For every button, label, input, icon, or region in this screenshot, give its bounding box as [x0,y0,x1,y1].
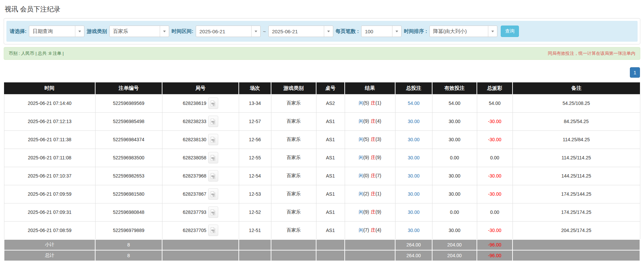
cell-table-no: AS1 [316,185,345,203]
cell-result: 闲(5)庄(1) [345,94,395,112]
cell-table-no: AS1 [316,130,345,149]
round-no-text: 628237793 [183,209,206,215]
table-header-row: 时间注单编号局号场次游戏类别桌号结果总投注有效投注总派彩备注 [4,82,640,94]
video-file-icon [210,173,216,179]
page-size-value: 100 [362,29,392,34]
time-sort-label: 时间排序 : [404,28,427,35]
cell-session: 13-34 [239,94,271,112]
cell-table-no: AS1 [316,149,345,167]
summary-valid-bet: 204.00 [432,239,477,250]
cell-valid-bet: 0.00 [432,149,477,167]
query-type-value: 日期查询 [29,28,75,35]
banker-result: 庄 [371,227,376,233]
video-replay-button[interactable] [208,152,218,163]
time-sort-select[interactable]: 降冪(由大到小) [429,26,497,37]
cell-round-no: 628237867 [162,185,239,203]
cell-valid-bet: 0.00 [432,203,477,221]
cell-total-bet: 30.00 [395,203,432,221]
cell-remark: 144.25/114.25 [513,167,640,185]
cell-round-no: 628238058 [162,149,239,167]
cell-round-no: 628237705 [162,221,239,239]
cell-result: 闲(2)庄(1) [345,185,395,203]
table-row: 2025-06-21 07:11:38522596984374628238130… [4,130,640,149]
player-result: 闲 [358,100,363,106]
chevron-down-icon [488,26,497,37]
cell-game-category: 百家乐 [271,112,316,130]
cell-session: 12-54 [239,167,271,185]
column-header: 总派彩 [477,82,513,94]
video-replay-button[interactable] [208,134,218,145]
video-replay-button[interactable] [208,116,218,127]
cell-time: 2025-06-21 07:09:59 [4,185,95,203]
cell-remark: 84.25/54.25 [513,112,640,130]
cell-game-category: 百家乐 [271,94,316,112]
cell-session: 12-53 [239,185,271,203]
cell-game-category: 百家乐 [271,149,316,167]
table-row: 2025-06-21 07:14:40522596989569628238619… [4,94,640,112]
cell-bet-no: 522596983500 [95,149,162,167]
page-size-select[interactable]: 100 [361,26,402,37]
cell-round-no: 628238130 [162,130,239,149]
cell-game-category: 百家乐 [271,221,316,239]
cell-remark: 204.25/174.25 [513,221,640,239]
cell-game-category: 百家乐 [271,203,316,221]
total-bet-link[interactable]: 30.00 [408,119,419,124]
page: 视讯 会员下注纪录 请选择: 日期查询 游戏类别 百家乐 时间区间: 2025-… [0,0,644,264]
cell-total-bet: 30.00 [395,112,432,130]
total-bet-link[interactable]: 54.00 [408,101,419,106]
search-button[interactable]: 查询 [501,26,519,37]
video-replay-button[interactable] [208,206,218,218]
summary-payout: -96.00 [477,239,513,250]
date-from-select[interactable]: 2025-06-21 [196,26,261,37]
video-replay-button[interactable] [208,225,218,236]
video-file-icon [210,209,216,216]
cell-valid-bet: 30.00 [432,130,477,149]
round-no-text: 628237968 [183,173,206,179]
banker-result: 庄 [371,100,376,106]
cell-payout: -30.00 [477,112,513,130]
banker-result: 庄 [371,173,376,178]
filter-panel: 请选择: 日期查询 游戏类别 百家乐 时间区间: 2025-06-21 ~ 20… [4,18,640,44]
time-range-label: 时间区间: [172,28,193,35]
date-to-select[interactable]: 2025-06-21 [268,26,333,37]
cell-payout: 0.00 [477,203,513,221]
cell-table-no: AS1 [316,167,345,185]
video-file-icon [210,227,216,233]
video-replay-button[interactable] [208,188,218,200]
player-result: 闲 [358,173,363,178]
column-header: 时间 [4,82,95,94]
round-no-text: 628238058 [183,155,206,160]
cell-valid-bet: 30.00 [432,221,477,239]
page-size-label: 每页笔数 : [336,28,359,35]
cell-total-bet: 30.00 [395,221,432,239]
column-header: 游戏类别 [271,82,316,94]
pagination-page-1[interactable]: 1 [630,67,640,78]
video-replay-button[interactable] [208,98,218,109]
total-bet-link[interactable]: 30.00 [408,228,419,233]
query-type-select[interactable]: 日期查询 [29,26,84,37]
summary-bar: 币别 : 人民币 | 总共 :8 注单 | 同局有效投注，统一计算在该局第一张注… [4,47,640,60]
video-replay-button[interactable] [208,170,218,182]
summary-total-bet: 264.00 [395,250,432,261]
total-bet-link[interactable]: 30.00 [408,209,419,215]
total-bet-link[interactable]: 30.00 [408,173,419,179]
cell-time: 2025-06-21 07:12:13 [4,112,95,130]
cell-payout: -30.00 [477,185,513,203]
game-category-label: 游戏类别 [87,28,107,35]
filter-bar: 请选择: 日期查询 游戏类别 百家乐 时间区间: 2025-06-21 ~ 20… [6,21,638,42]
cell-time: 2025-06-21 07:14:40 [4,94,95,112]
game-category-select[interactable]: 百家乐 [109,26,169,37]
cell-result: 闲(9)庄(9) [345,149,395,167]
cell-total-bet: 30.00 [395,130,432,149]
cell-bet-no: 522596985498 [95,112,162,130]
date-to-value: 2025-06-21 [269,29,324,34]
cell-result: 闲(9)庄(9) [345,203,395,221]
page-title: 视讯 会员下注纪录 [5,5,640,14]
total-bet-link[interactable]: 30.00 [408,191,419,197]
cell-bet-no: 522596980848 [95,203,162,221]
cell-payout: 54.00 [477,94,513,112]
table-row: 2025-06-21 07:10:37522596982653628237968… [4,167,640,185]
cell-session: 12-56 [239,130,271,149]
total-bet-link[interactable]: 30.00 [408,137,419,142]
total-bet-link[interactable]: 30.00 [408,155,419,160]
